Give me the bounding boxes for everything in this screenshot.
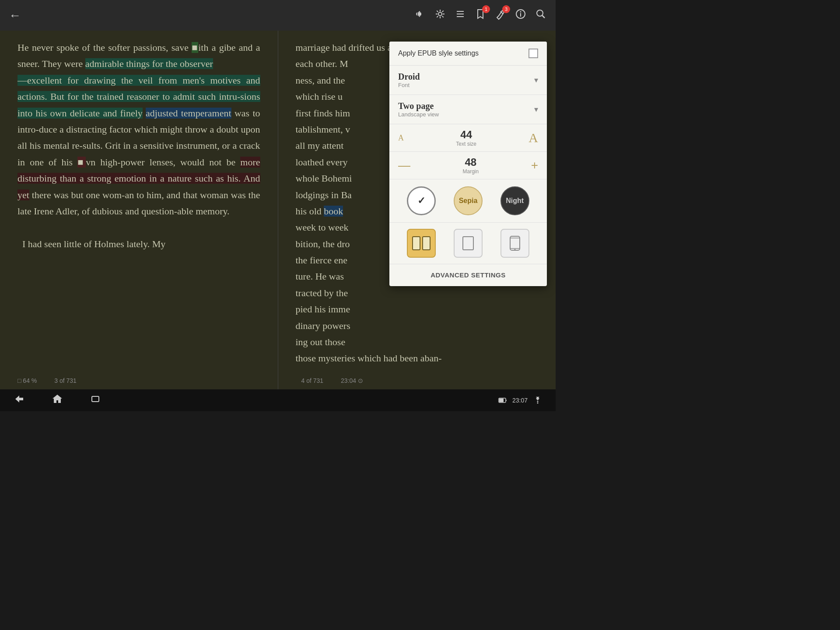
margin-increase[interactable]: + (531, 158, 538, 172)
dual-page-icon (411, 235, 431, 251)
svg-rect-13 (463, 237, 473, 250)
svg-rect-12 (423, 237, 430, 250)
view-name: Two page (398, 101, 439, 111)
search-button[interactable] (535, 8, 547, 23)
theme-row: ✓ Sepia Night (389, 179, 547, 223)
font-dropdown-arrow: ▾ (534, 75, 538, 85)
text-size-decrease[interactable]: A (398, 133, 404, 143)
battery-icon (498, 397, 507, 404)
footer-left: □ 64 % 3 of 731 (18, 377, 190, 384)
theme-night[interactable]: Night (500, 186, 529, 215)
font-label: Font (398, 82, 420, 88)
epub-style-checkbox[interactable] (528, 49, 538, 58)
settings-button[interactable] (434, 8, 446, 23)
audio-button[interactable] (414, 8, 426, 23)
page3-percent: □ 64 % (18, 377, 37, 384)
svg-point-17 (514, 249, 515, 250)
viewmode-dual[interactable] (407, 229, 436, 258)
view-dropdown[interactable]: Two page Landscape view ▾ (398, 101, 538, 118)
toc-button[interactable] (454, 8, 466, 23)
margin-row: — 48 Margin + (389, 152, 547, 179)
text-size-label: Text size (456, 141, 476, 147)
font-selector-row: Droid Font ▾ (389, 66, 547, 95)
margin-label: Margin (462, 168, 479, 175)
top-toolbar: ← 1 (0, 0, 556, 31)
viewmode-scroll[interactable] (500, 229, 529, 258)
system-right: 23:07 (498, 397, 542, 404)
page-footer: □ 64 % 3 of 731 4 of 731 23:04 ⊙ (0, 374, 556, 387)
bookmark-badge: 1 (482, 5, 490, 13)
theme-white[interactable]: ✓ (407, 186, 436, 215)
back-button[interactable]: ← (9, 8, 21, 22)
font-name: Droid (398, 72, 420, 82)
nav-back[interactable] (13, 394, 25, 406)
bookmark-button[interactable]: 1 (474, 8, 486, 23)
svg-rect-20 (499, 399, 504, 402)
system-time: 23:07 (512, 397, 528, 404)
info-button[interactable] (514, 8, 527, 23)
nav-recents[interactable] (89, 394, 102, 406)
settings-panel: Apply EPUB slyle settings Droid Font ▾ T… (389, 42, 547, 286)
advanced-settings-label: ADVANCED SETTINGS (430, 271, 506, 279)
viewmode-row (389, 223, 547, 264)
svg-point-9 (537, 10, 543, 16)
advanced-settings-row[interactable]: ADVANCED SETTINGS (389, 264, 547, 286)
page4-time: 23:04 ⊙ (341, 377, 363, 384)
svg-point-8 (520, 11, 522, 12)
svg-rect-14 (510, 236, 520, 250)
panel-title: Apply EPUB slyle settings (398, 49, 479, 57)
view-label: Landscape view (398, 111, 439, 118)
theme-white-check: ✓ (417, 195, 425, 206)
text-size-row: A 44 Text size A (389, 124, 547, 152)
theme-sepia[interactable]: Sepia (454, 186, 483, 215)
nav-home[interactable] (52, 393, 63, 407)
theme-night-label: Night (506, 197, 524, 205)
nav-icons (13, 393, 102, 407)
panel-header: Apply EPUB slyle settings (389, 42, 547, 66)
highlight-button[interactable]: 3 (494, 8, 507, 23)
viewmode-single[interactable] (454, 229, 483, 258)
page-left[interactable]: He never spoke of the softer passions, s… (0, 31, 278, 389)
page3-number: 3 of 731 (54, 377, 77, 384)
svg-line-10 (542, 15, 545, 18)
wifi-icon (533, 397, 542, 404)
toolbar-icons: 1 3 (414, 8, 547, 23)
view-dropdown-arrow: ▾ (534, 105, 538, 114)
text-size-increase[interactable]: A (528, 130, 538, 145)
view-selector-row: Two page Landscape view ▾ (389, 95, 547, 124)
bottom-bar: 23:07 (0, 389, 556, 411)
svg-point-22 (537, 402, 539, 404)
svg-rect-18 (92, 396, 99, 402)
margin-value: 48 (462, 156, 479, 168)
svg-rect-11 (413, 237, 420, 250)
text-size-value: 44 (456, 129, 476, 141)
theme-sepia-label: Sepia (459, 197, 478, 205)
highlight-badge: 3 (502, 5, 510, 13)
footer-right: 4 of 731 23:04 ⊙ (190, 377, 538, 384)
scroll-icon (509, 235, 521, 251)
single-page-icon (460, 235, 476, 251)
margin-display: 48 Margin (462, 156, 479, 175)
svg-point-0 (419, 12, 421, 16)
svg-point-1 (438, 12, 442, 16)
page4-number: 4 of 731 (301, 377, 323, 384)
margin-decrease[interactable]: — (398, 158, 410, 172)
text-size-display: 44 Text size (456, 129, 476, 147)
font-dropdown[interactable]: Droid Font ▾ (398, 72, 538, 88)
